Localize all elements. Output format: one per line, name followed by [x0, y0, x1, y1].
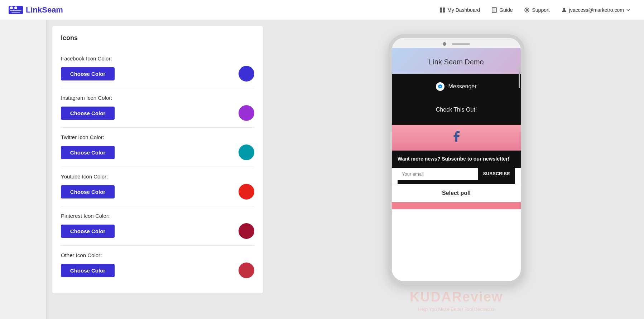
- dashboard-icon: [439, 7, 445, 13]
- instagram-label: Instagram Icon Color:: [61, 95, 254, 101]
- phone-newsletter-section: Want more news? Subscribe to our newslet…: [392, 151, 521, 168]
- nav-guide[interactable]: Guide: [486, 5, 518, 15]
- youtube-color-circle: [239, 184, 254, 200]
- svg-point-14: [526, 9, 528, 11]
- nav-dashboard[interactable]: My Dashboard: [434, 5, 485, 15]
- pinterest-label: Pinterest Icon Color:: [61, 213, 254, 219]
- phone-top-bar: [392, 38, 521, 48]
- phone-subscribe-button[interactable]: SUBSCRIBE: [478, 168, 515, 180]
- header: LinkSeam My Dashboard Guide Support jvac…: [0, 0, 644, 20]
- check-out-button[interactable]: Check This Out!: [403, 102, 509, 118]
- svg-point-19: [563, 8, 565, 10]
- twitter-controls: Choose Color: [61, 144, 254, 160]
- instagram-color-row: Instagram Icon Color: Choose Color: [61, 88, 254, 128]
- preview-panel: Link Seam Demo Messenger Check This Out!: [269, 20, 644, 319]
- youtube-label: Youtube Icon Color:: [61, 173, 254, 180]
- phone-fb-section: [392, 125, 521, 151]
- select-poll-label: Select poll: [442, 190, 471, 196]
- svg-rect-8: [443, 10, 445, 13]
- messenger-button[interactable]: Messenger: [403, 78, 509, 95]
- nav-support[interactable]: Support: [519, 5, 554, 15]
- phone-scrollbar[interactable]: [519, 67, 520, 88]
- facebook-color-circle: [239, 66, 254, 82]
- other-choose-color-button[interactable]: Choose Color: [61, 264, 115, 277]
- phone-screen: Link Seam Demo Messenger Check This Out!: [392, 48, 521, 281]
- messenger-label: Messenger: [448, 83, 476, 90]
- phone-header-title: Link Seam Demo: [399, 58, 514, 66]
- instagram-choose-color-button[interactable]: Choose Color: [61, 107, 115, 120]
- messenger-section: Messenger: [392, 74, 521, 100]
- facebook-color-row: Facebook Icon Color: Choose Color: [61, 49, 254, 88]
- svg-rect-7: [440, 10, 442, 13]
- facebook-logo-icon: [450, 132, 463, 145]
- nav-links: My Dashboard Guide Support jvaccess@mark…: [434, 5, 635, 15]
- check-out-section: Check This Out!: [392, 100, 521, 125]
- twitter-label: Twitter Icon Color:: [61, 134, 254, 140]
- newsletter-text: Want more news? Subscribe to our newslet…: [398, 156, 509, 162]
- page-body: Icons Facebook Icon Color: Choose Color …: [0, 20, 644, 319]
- phone-email-row: SUBSCRIBE: [398, 168, 515, 184]
- sidebar: [0, 20, 47, 319]
- other-color-circle: [239, 262, 254, 278]
- youtube-color-row: Youtube Icon Color: Choose Color: [61, 167, 254, 206]
- youtube-choose-color-button[interactable]: Choose Color: [61, 185, 115, 198]
- other-label: Other Icon Color:: [61, 252, 254, 258]
- twitter-color-row: Twitter Icon Color: Choose Color: [61, 128, 254, 167]
- phone-header-section: Link Seam Demo: [392, 48, 521, 74]
- watermark-main: KUDAReview: [410, 289, 503, 305]
- svg-rect-4: [11, 12, 20, 13]
- phone-camera: [443, 42, 446, 46]
- other-controls: Choose Color: [61, 262, 254, 278]
- logo-area: LinkSeam: [9, 4, 434, 16]
- svg-rect-5: [440, 8, 442, 10]
- instagram-color-circle: [239, 105, 254, 121]
- nav-user[interactable]: jvaccess@marketro.com: [556, 5, 635, 15]
- phone-bottom-bar: [392, 202, 521, 209]
- user-icon: [561, 7, 567, 13]
- support-icon: [524, 7, 530, 13]
- phone-poll-section[interactable]: Select poll: [392, 184, 521, 202]
- facebook-controls: Choose Color: [61, 66, 254, 82]
- phone-email-input[interactable]: [398, 168, 478, 180]
- phone-mockup: Link Seam Demo Messenger Check This Out!: [388, 34, 524, 285]
- youtube-controls: Choose Color: [61, 184, 254, 200]
- pinterest-color-circle: [239, 223, 254, 239]
- messenger-icon: [436, 82, 444, 91]
- main-content: Icons Facebook Icon Color: Choose Color …: [47, 20, 269, 319]
- logo-icon: [9, 4, 23, 16]
- chevron-down-icon: [626, 8, 630, 12]
- other-color-row: Other Icon Color: Choose Color: [61, 246, 254, 285]
- logo-text: LinkSeam: [26, 5, 63, 15]
- pinterest-choose-color-button[interactable]: Choose Color: [61, 225, 115, 238]
- svg-rect-3: [10, 10, 21, 11]
- pinterest-controls: Choose Color: [61, 223, 254, 239]
- guide-icon: [491, 7, 497, 13]
- facebook-choose-color-button[interactable]: Choose Color: [61, 67, 115, 80]
- svg-point-2: [14, 6, 17, 9]
- pinterest-color-row: Pinterest Icon Color: Choose Color: [61, 206, 254, 246]
- phone-speaker: [452, 43, 470, 45]
- svg-rect-6: [443, 8, 445, 10]
- twitter-color-circle: [239, 144, 254, 160]
- twitter-choose-color-button[interactable]: Choose Color: [61, 146, 115, 159]
- check-out-label: Check This Out!: [436, 107, 477, 113]
- instagram-controls: Choose Color: [61, 105, 254, 121]
- section-title: Icons: [61, 34, 254, 42]
- icons-card: Icons Facebook Icon Color: Choose Color …: [52, 26, 263, 293]
- watermark-sub: Help You Make Better Tool Decisions: [418, 306, 495, 312]
- facebook-label: Facebook Icon Color:: [61, 55, 254, 62]
- svg-point-1: [10, 6, 13, 9]
